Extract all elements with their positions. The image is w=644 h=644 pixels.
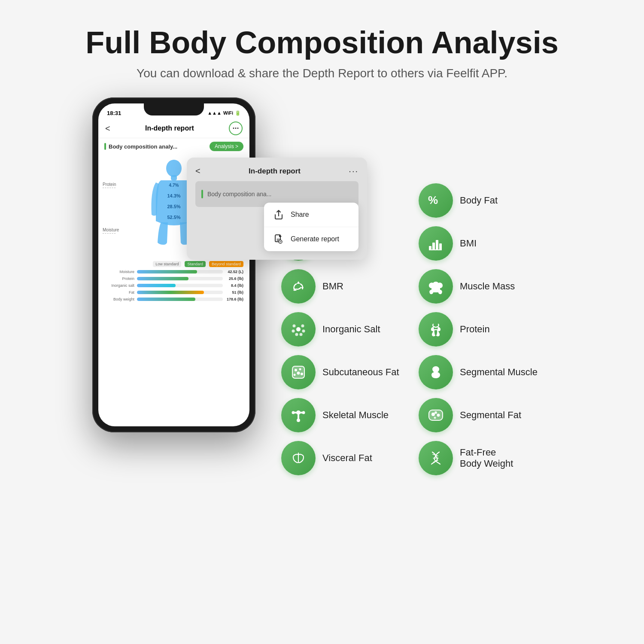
signal-icon: ▲▲▲: [207, 110, 222, 115]
subcut-icon-circle: [281, 355, 316, 389]
stats-legend: Low standard Standard Beyond standard: [104, 261, 243, 267]
svg-point-24: [299, 368, 301, 371]
app-header: < In-depth report ···: [98, 119, 249, 138]
page-title: Full Body Composition Analysis: [85, 26, 558, 60]
svg-point-38: [434, 411, 437, 414]
visceral-icon-circle: [281, 441, 316, 475]
popup-back[interactable]: <: [195, 166, 200, 176]
bmi-icon-circle: [419, 226, 453, 261]
generate-report-label: Generate report: [291, 235, 339, 243]
moisture-bar: [137, 270, 197, 273]
svg-point-26: [294, 374, 296, 376]
icon-item-bmi: BMI: [419, 226, 543, 261]
svg-point-21: [300, 333, 303, 336]
wifi-icon: WiFi: [223, 110, 233, 115]
svg-point-20: [295, 333, 298, 336]
share-icon: [273, 209, 285, 221]
generate-report-menu-item[interactable]: Generate report: [264, 227, 358, 251]
icon-item-segfat: Segmental Fat: [419, 398, 543, 432]
fat-bar: [137, 291, 204, 294]
svg-rect-12: [436, 240, 438, 250]
svg-point-0: [166, 160, 182, 177]
svg-rect-14: [429, 249, 442, 250]
svg-text:%: %: [428, 194, 438, 207]
icon-item-skeletal: Skeletal Muscle: [281, 398, 406, 432]
status-icons: ▲▲▲ WiFi 🔋: [207, 110, 241, 116]
svg-point-30: [297, 419, 300, 422]
protein-label: Protein: [460, 324, 490, 335]
icon-item-protein: Protein: [419, 312, 543, 346]
bodyweight-stat-row: Body weight 178.6 (lb): [104, 297, 243, 301]
svg-point-15: [296, 327, 301, 331]
svg-point-36: [431, 413, 435, 416]
popup-card: < In-depth report ··· Body composition a…: [187, 158, 367, 260]
moisture-label: Moisture: [103, 228, 133, 234]
analysis-button[interactable]: Analysis >: [210, 142, 243, 151]
low-standard-badge: Low standard: [153, 261, 181, 267]
app-title: In-depth report: [145, 125, 194, 132]
segmuscle-label: Segmental Muscle: [460, 367, 538, 378]
bodyweight-bar: [137, 298, 195, 301]
svg-text:52.5%: 52.5%: [167, 215, 180, 220]
svg-point-39: [434, 417, 436, 419]
more-button[interactable]: ···: [229, 122, 243, 135]
popup-dots[interactable]: ···: [349, 166, 358, 176]
visceral-label: Visceral Fat: [322, 453, 372, 464]
svg-text:28.5%: 28.5%: [167, 204, 180, 209]
header-section: Full Body Composition Analysis You can d…: [43, 0, 601, 89]
standard-badge: Standard: [185, 261, 206, 267]
icon-item-bmr: BMR: [281, 269, 406, 304]
segfat-icon-circle: [419, 398, 453, 432]
popup-title: In-depth report: [249, 167, 301, 176]
fatfree-label: Fat-Free Body Weight: [460, 447, 513, 469]
svg-point-32: [292, 411, 295, 414]
phone-screen: 18:31 ▲▲▲ WiFi 🔋 < In-depth report ···: [98, 103, 249, 426]
moisture-stat-row: Moisture 42.52 (L): [104, 270, 243, 274]
popup-header: < In-depth report ···: [195, 166, 358, 176]
beyond-badge: Beyond standard: [209, 261, 243, 267]
inorganic-bar: [137, 284, 176, 287]
bodyfat-label: Body Fat: [460, 195, 498, 206]
svg-rect-11: [432, 243, 435, 250]
bmr-icon-circle: [281, 269, 316, 304]
page-subtitle: You can download & share the Depth Repor…: [85, 67, 558, 80]
phone-mockup: 18:31 ▲▲▲ WiFi 🔋 < In-depth report ···: [92, 97, 255, 432]
svg-text:14.3%: 14.3%: [167, 193, 180, 198]
musclemass-icon-circle: [419, 269, 453, 304]
svg-point-23: [295, 369, 297, 371]
salt-icon-circle: [281, 312, 316, 346]
protein-bar: [137, 277, 188, 280]
body-comp-header: Body composition analy... Analysis >: [98, 138, 249, 155]
subcut-label: Subcutaneous Fat: [322, 367, 399, 378]
body-comp-title: Body composition analy...: [104, 143, 177, 150]
share-menu-item[interactable]: Share: [264, 203, 358, 227]
icon-item-segmuscle: Segmental Muscle: [419, 355, 543, 389]
svg-rect-13: [439, 243, 442, 250]
phone-wrapper: 18:31 ▲▲▲ WiFi 🔋 < In-depth report ···: [92, 97, 255, 432]
icon-item-visceral: Visceral Fat: [281, 441, 406, 475]
phone-notch: [144, 103, 204, 115]
protein-label: Protein: [103, 182, 133, 189]
share-label: Share: [291, 211, 309, 219]
green-bar-indicator: [104, 143, 106, 150]
salt-label: Inorganic Salt: [322, 324, 380, 335]
stats-table: Low standard Standard Beyond standard Mo…: [98, 258, 249, 307]
icon-item-salt: Inorganic Salt: [281, 312, 406, 346]
icons-grid: Weight % Body Fat Water: [273, 97, 552, 475]
svg-point-25: [297, 372, 300, 375]
battery-icon: 🔋: [235, 110, 241, 116]
main-content: 18:31 ▲▲▲ WiFi 🔋 < In-depth report ···: [0, 89, 644, 484]
bmi-label: BMI: [460, 238, 477, 249]
bodyfat-icon-circle: %: [419, 183, 453, 218]
inorganic-stat-row: Inorganic salt 8.4 (lb): [104, 283, 243, 288]
status-time: 18:31: [107, 110, 121, 116]
protein-stat-row: Protein 25.6 (lb): [104, 276, 243, 281]
segfat-label: Segmental Fat: [460, 410, 521, 421]
skeletal-icon-circle: [281, 398, 316, 432]
icon-item-bodyfat: % Body Fat: [419, 183, 543, 218]
svg-point-27: [301, 373, 303, 375]
skeletal-label: Skeletal Muscle: [322, 410, 389, 421]
back-button[interactable]: <: [105, 124, 110, 134]
svg-point-34: [302, 411, 305, 414]
segmuscle-icon-circle: [419, 355, 453, 389]
